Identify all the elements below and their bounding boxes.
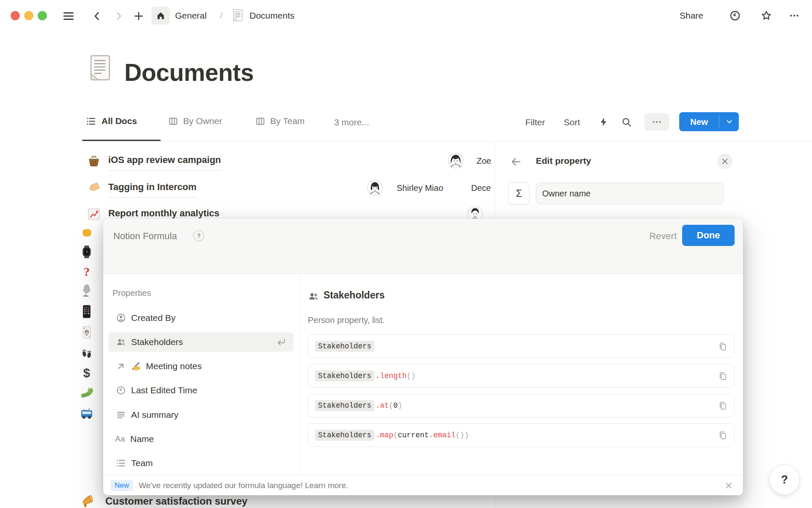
property-item-ai-summary[interactable]: AI summary	[108, 405, 294, 425]
code-punctuation: ()	[407, 372, 416, 380]
favorite-button[interactable]	[758, 7, 775, 24]
people-icon	[116, 337, 126, 347]
property-item-meeting-notes[interactable]: Meeting notes	[108, 356, 294, 376]
banner-text[interactable]: We've recently updated our formula langu…	[139, 481, 348, 490]
code-function: .length	[376, 372, 407, 380]
property-item-label: Name	[130, 434, 154, 444]
zoom-window-button[interactable]	[38, 11, 47, 20]
automations-button[interactable]	[595, 114, 612, 130]
chevron-left-icon	[92, 11, 103, 22]
list-icon	[86, 116, 96, 126]
tab-label: All Docs	[102, 116, 137, 126]
row-title-link[interactable]: iOS app review campaign	[108, 154, 221, 171]
arrow-left-icon	[510, 156, 522, 168]
arrow-up-right-icon	[116, 362, 126, 371]
formula-example[interactable]: Stakeholders.map(current.email())	[308, 423, 735, 447]
property-item-label: Team	[131, 458, 153, 468]
property-item-label: Meeting notes	[146, 361, 202, 371]
copy-icon[interactable]	[718, 342, 727, 351]
code-function: .at	[376, 401, 389, 410]
property-item-stakeholders[interactable]: Stakeholders	[108, 332, 294, 352]
detail-title: Stakeholders	[324, 290, 384, 301]
sort-button[interactable]: Sort	[564, 117, 580, 127]
new-dropdown-button[interactable]	[719, 112, 739, 131]
breadcrumb-page[interactable]: Documents	[250, 11, 294, 21]
page-title-emoji[interactable]	[85, 53, 114, 82]
row-title-link[interactable]: Tagging in Intercom	[108, 181, 197, 198]
share-button[interactable]: Share	[680, 11, 703, 21]
panel-back-button[interactable]	[508, 154, 524, 170]
forward-button[interactable]	[111, 8, 126, 24]
megaphone-emoji	[80, 493, 95, 508]
filter-button[interactable]: Filter	[525, 117, 545, 127]
formula-help-button[interactable]: ?	[193, 230, 204, 241]
joker-card-emoji	[80, 325, 94, 340]
banner-close-icon[interactable]	[724, 481, 733, 490]
row-title-link[interactable]: Customer satisfaction survey	[105, 495, 247, 507]
done-button[interactable]: Done	[682, 225, 735, 246]
microphone-emoji	[80, 284, 94, 298]
trolleybus-emoji	[80, 406, 94, 421]
updates-button[interactable]	[727, 7, 743, 24]
tab-by-team[interactable]: By Team	[255, 116, 304, 126]
formula-input[interactable]	[103, 246, 743, 273]
new-tab-button[interactable]	[131, 8, 146, 24]
home-button[interactable]	[151, 7, 170, 25]
clock-icon	[116, 385, 126, 395]
detail-description: Person property, list.	[308, 315, 385, 325]
code-token: Stakeholders	[315, 430, 374, 441]
page-options-button[interactable]	[786, 7, 803, 24]
copy-icon[interactable]	[718, 431, 727, 440]
formula-example[interactable]: Stakeholders	[308, 334, 735, 358]
property-type-button[interactable]: Σ	[508, 182, 529, 204]
property-item-last-edited-time[interactable]: Last Edited Time	[108, 381, 294, 400]
property-item-name[interactable]: Aa Name	[108, 429, 294, 449]
properties-heading: Properties	[112, 288, 151, 298]
code-token: Stakeholders	[315, 341, 374, 352]
new-button[interactable]: New	[679, 112, 719, 131]
panel-close-button[interactable]	[717, 154, 732, 169]
copy-icon[interactable]	[718, 401, 727, 411]
owner-cell[interactable]: Zoe	[477, 155, 491, 166]
question-icon: ?	[197, 232, 201, 239]
muscle-emoji	[80, 225, 94, 240]
view-tabs-bar: All Docs By Owner By Team 3 more... Filt…	[0, 108, 812, 141]
home-icon	[156, 11, 166, 21]
dollar-emoji	[80, 366, 94, 380]
watch-emoji	[80, 245, 94, 259]
question-mark-emoji	[80, 265, 94, 279]
code-punctuation: ())	[455, 431, 469, 439]
date-cell[interactable]: Dece	[471, 182, 491, 193]
title-type-icon: Aa	[115, 434, 127, 444]
property-item-created-by[interactable]: Created By	[108, 308, 294, 328]
search-button[interactable]	[618, 114, 634, 130]
back-button[interactable]	[90, 8, 105, 24]
tab-all-docs[interactable]: All Docs	[86, 116, 137, 126]
formula-editor-popup: Notion Formula ? Revert Done Properties …	[103, 218, 743, 495]
breadcrumb-separator: /	[220, 11, 222, 21]
minimize-window-button[interactable]	[24, 11, 33, 20]
copy-icon[interactable]	[718, 371, 727, 381]
notion-window: General / Documents Share Documents All …	[0, 0, 812, 508]
revert-button[interactable]: Revert	[649, 231, 677, 242]
tab-by-owner[interactable]: By Owner	[168, 116, 222, 126]
view-options-button[interactable]	[645, 113, 669, 131]
sidebar-menu-button[interactable]	[61, 8, 76, 24]
close-window-button[interactable]	[11, 11, 20, 20]
board-icon	[168, 116, 178, 126]
formula-example[interactable]: Stakeholders.length()	[308, 364, 735, 388]
code-token: Stakeholders	[315, 370, 374, 381]
formula-example[interactable]: Stakeholders.at(0)	[308, 394, 735, 417]
breadcrumb-section[interactable]: General	[175, 11, 207, 21]
mobile-phone-emoji	[80, 304, 94, 319]
owner-cell[interactable]: Shirley Miao	[397, 182, 443, 193]
property-item-team[interactable]: Team	[108, 453, 294, 473]
search-icon	[621, 117, 632, 127]
help-button[interactable]: ?	[769, 464, 800, 495]
tab-more-views[interactable]: 3 more...	[334, 117, 369, 127]
new-split-button: New	[679, 112, 739, 131]
formula-update-banner: New We've recently updated our formula l…	[103, 475, 743, 495]
window-topbar: General / Documents Share	[0, 0, 812, 30]
property-item-label: Created By	[131, 313, 176, 323]
property-name-input[interactable]	[536, 182, 724, 204]
